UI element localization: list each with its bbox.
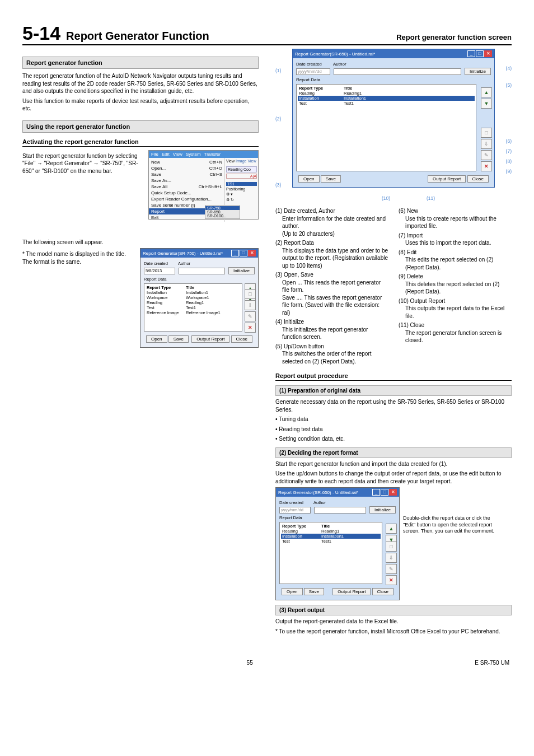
item-text: This displays the data type and order to…	[275, 247, 388, 270]
menu-item: Save serial number (I)	[151, 203, 195, 208]
col-header: Report Type	[282, 524, 316, 529]
right-header: Report generator function screen	[396, 33, 512, 44]
item-title: (8) Edit	[399, 249, 416, 255]
import-icon: ⇩	[245, 300, 256, 310]
menu-item: Save	[151, 172, 161, 177]
col-header: Title	[344, 86, 352, 91]
bullet: Reading test data	[279, 426, 322, 432]
label-author: Author	[178, 261, 200, 266]
label-reportdata: Report Data	[296, 77, 491, 82]
initialize-button: Initialize	[369, 506, 396, 514]
import-icon: ⇩	[481, 139, 492, 149]
item-text: Use this to create reports without the i…	[399, 215, 512, 230]
menu-item: New	[151, 160, 160, 165]
step-1: (1) Preparation of original data	[275, 385, 512, 396]
menu-item: Save All	[151, 184, 167, 189]
cell: Installation1	[186, 290, 208, 295]
step3-note: * To use the report generator function, …	[275, 628, 512, 636]
menu-tab: System	[186, 152, 201, 157]
item-text: This initializes the report generator fu…	[275, 326, 388, 341]
cell: Reading	[282, 529, 316, 534]
item-text: Save .... This saves the report generato…	[275, 294, 388, 317]
section-title: Report Generator Function	[66, 30, 396, 43]
output-button: Output Report	[191, 335, 229, 343]
item-title: (2) Report Data	[275, 240, 314, 246]
callout: (9)	[506, 169, 512, 174]
label-date: Date created	[296, 62, 330, 67]
item-title: (3) Open, Save	[275, 272, 313, 278]
para-1: The report generator function of the Aut…	[22, 72, 259, 95]
menu-tab: Transfer	[204, 152, 221, 157]
item-text: Enter information for the date created a…	[275, 215, 388, 230]
step2-text2: Use the up/down buttons to change the ou…	[275, 470, 512, 485]
rp-label: Reading	[228, 167, 242, 171]
col-header: Report Type	[299, 86, 338, 91]
item-text: This outputs the report data to the Exce…	[399, 305, 512, 320]
cell: Reading	[147, 300, 180, 305]
close-button: Close	[231, 335, 252, 343]
step-2: (2) Deciding the report format	[275, 447, 512, 458]
cell: Reading1	[321, 529, 339, 534]
item-title: (10) Output Report	[399, 298, 445, 304]
submenu-item: SR-750...	[205, 206, 240, 210]
menu-item: Open...	[151, 166, 166, 171]
para-activate: Start the report generator function by s…	[22, 152, 138, 217]
cell: Test1	[321, 539, 331, 544]
open-button: Open	[282, 588, 303, 595]
step1-text: Generate necessary data on the report us…	[275, 398, 512, 413]
save-button: Save	[304, 588, 324, 595]
callout: (8)	[506, 158, 512, 164]
shortcut: Ctrl+N	[209, 160, 222, 165]
min-icon: _	[467, 50, 475, 57]
cell: Installation1	[344, 96, 366, 101]
max-icon: □	[476, 50, 484, 57]
label-reportdata: Report Data	[279, 515, 396, 520]
field-author	[179, 268, 225, 274]
delete-icon: ✕	[245, 323, 256, 333]
max-icon: □	[381, 489, 388, 496]
output-button: Output Report	[332, 588, 371, 595]
label-date: Date created	[144, 261, 175, 266]
cell: Reading1	[186, 300, 204, 305]
app-screenshot-step2: Report Generator(SR-650) - Untitled.rai*…	[275, 487, 400, 600]
item-title: (9) Delete	[399, 273, 423, 279]
down-icon: ▼	[481, 99, 492, 109]
up-icon: ▲	[386, 524, 397, 534]
callout: (6)	[506, 138, 512, 144]
cell: Test	[299, 101, 338, 106]
app-screenshot-small: Report Generator(SR-750) - Untitled.rai*…	[140, 248, 259, 348]
col-header: Title	[186, 285, 194, 290]
menu-screenshot: File Edit View System Transfer NewCtrl+N…	[148, 150, 259, 220]
cell: Test	[147, 305, 180, 310]
item-title: (4) Initialize	[275, 319, 304, 325]
close-icon: ✕	[484, 50, 492, 57]
label-author: Author	[333, 62, 355, 67]
rp-tag: A|A	[226, 174, 257, 179]
rp-label: Image View	[236, 159, 256, 163]
open-button: Open	[298, 175, 320, 183]
min-icon: _	[231, 250, 239, 256]
close-button: Close	[467, 175, 489, 183]
para-screen-appear: The following screen will appear.	[22, 239, 259, 246]
cell: Installation	[282, 534, 316, 539]
col-header: Report Type	[147, 285, 180, 290]
initialize-button: Initialize	[465, 68, 491, 75]
app-screenshot-large: Report Generator(SR-650) - Untitled.rai*…	[292, 49, 495, 188]
callout: (11)	[427, 195, 435, 201]
shortcut: Ctrl+O	[209, 166, 222, 171]
delete-icon: ✕	[481, 161, 492, 171]
menu-item: Save As...	[151, 178, 171, 183]
rp-ts1: TS1	[226, 182, 257, 186]
window-title: Report Generator(SR-650) - Untitled.rai*	[295, 52, 375, 57]
para-model-note: * The model name is displayed in the tit…	[22, 250, 134, 346]
item-text: This switches the order of the report se…	[275, 350, 388, 365]
item-text: Uses this to import the report data.	[399, 239, 512, 247]
menu-tab: View	[173, 152, 182, 157]
min-icon: _	[372, 489, 380, 496]
rp-pos: Positioning	[226, 187, 257, 191]
heading-using: Using the report generator function	[22, 120, 259, 133]
section-number: 5-14	[22, 22, 60, 44]
menu-item: Export Reader Configuration...	[151, 197, 212, 202]
page-number: 55	[247, 660, 253, 666]
cell: Reference Image1	[186, 310, 221, 315]
